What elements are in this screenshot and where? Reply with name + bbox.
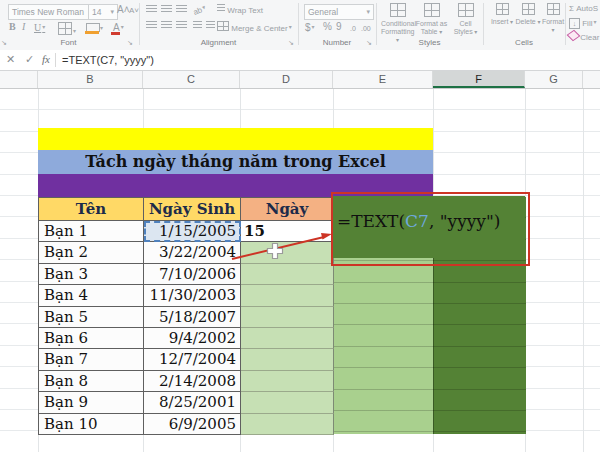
format-as-table-button[interactable]: Format as Table	[415, 3, 448, 36]
insert-cells-button[interactable]: Insert	[489, 3, 515, 26]
cell-c15[interactable]: 8/25/2001	[144, 392, 241, 413]
cell-styles-button[interactable]: Cell Styles	[449, 3, 482, 36]
cell-d10[interactable]	[241, 285, 334, 306]
cell-b16[interactable]: Bạn 10	[39, 414, 144, 435]
cell-b8[interactable]: Bạn 2	[39, 242, 144, 263]
fill-button[interactable]: ↓ Fill	[569, 16, 596, 30]
clear-label: Clear	[580, 33, 599, 42]
cell-c11[interactable]: 5/18/2007	[144, 307, 241, 328]
cell-d12[interactable]	[241, 328, 334, 349]
increase-indent-button[interactable]	[206, 21, 215, 33]
align-center-button[interactable]	[161, 21, 172, 33]
cancel-icon[interactable]: ✕	[6, 53, 15, 66]
grow-font-button[interactable]: A˄	[117, 4, 130, 16]
banner-yellow-row[interactable]	[38, 128, 433, 150]
cell-c9[interactable]: 7/10/2006	[144, 264, 241, 285]
format-cells-button[interactable]: Format	[540, 3, 566, 34]
ribbon: ↘ Times New Roman 14 A˄ A˅ B I U A Font …	[0, 0, 600, 51]
red-highlight-frame	[331, 192, 530, 266]
decrease-decimal-button[interactable]: .00	[361, 23, 371, 35]
font-size-value: 14	[92, 7, 101, 17]
cell-c12[interactable]: 9/4/2002	[144, 328, 241, 349]
banner-title[interactable]: Tách ngày tháng năm trong Excel	[38, 150, 433, 174]
cell-d15[interactable]	[241, 392, 334, 413]
cell-b12[interactable]: Bạn 6	[39, 328, 144, 349]
format-cells-label: Format	[542, 18, 564, 33]
column-header-row: B C D E F G	[0, 71, 600, 89]
sheet-grid[interactable]: Tách ngày tháng năm trong Excel Tên Ngày…	[0, 89, 600, 452]
format-cells-icon	[547, 3, 560, 15]
font-name-select[interactable]: Times New Roman	[8, 4, 92, 20]
delete-cells-label: Delete	[516, 18, 541, 25]
font-size-select[interactable]: 14	[88, 4, 118, 20]
cell-c13[interactable]: 12/7/2004	[144, 349, 241, 370]
column-header-d[interactable]: D	[240, 71, 333, 88]
column-header-c[interactable]: C	[143, 71, 240, 88]
number-format-select[interactable]: General	[304, 4, 374, 20]
fill-color-bar	[85, 31, 99, 34]
cell-b9[interactable]: Bạn 3	[39, 264, 144, 285]
cell-d8[interactable]	[241, 242, 334, 263]
align-left-button[interactable]	[146, 21, 157, 33]
cell-d9[interactable]	[241, 264, 334, 285]
number-dialog-launcher-icon[interactable]: ↘	[366, 39, 374, 47]
column-header-e[interactable]: E	[333, 71, 433, 88]
align-right-button[interactable]	[176, 21, 187, 33]
align-bottom-button[interactable]	[176, 5, 187, 17]
cell-b11[interactable]: Bạn 5	[39, 307, 144, 328]
cell-c7-marching-ants[interactable]: 1/15/2005	[144, 221, 241, 242]
increase-decimal-button[interactable]: .0	[350, 23, 356, 35]
clear-button[interactable]: Clear	[569, 30, 600, 44]
font-dialog-launcher-icon[interactable]: ↘	[127, 39, 135, 47]
italic-button[interactable]: I	[22, 21, 25, 33]
cell-b13[interactable]: Bạn 7	[39, 349, 144, 370]
font-color-button[interactable]: A	[113, 21, 124, 35]
increase-indent-icon	[206, 21, 215, 30]
align-top-button[interactable]	[146, 5, 157, 17]
cell-b7[interactable]: Bạn 1	[39, 221, 144, 242]
cell-d7[interactable]: 15	[241, 221, 334, 242]
column-header-b[interactable]: B	[38, 71, 143, 88]
cell-c16[interactable]: 6/9/2005	[144, 414, 241, 435]
table-header-birth[interactable]: Ngày Sinh	[144, 198, 241, 221]
column-header-g[interactable]: G	[525, 71, 583, 88]
column-header-a-partial[interactable]	[0, 71, 38, 88]
underline-button[interactable]: U	[34, 21, 45, 34]
cell-styles-icon	[458, 3, 474, 17]
comma-style-button[interactable]: 9	[336, 21, 342, 33]
table-header-day[interactable]: Ngày	[241, 198, 334, 221]
alignment-dialog-launcher-icon[interactable]: ↘	[288, 39, 296, 47]
cell-b14[interactable]: Bạn 8	[39, 371, 144, 392]
align-middle-button[interactable]	[161, 5, 172, 17]
fill-color-button[interactable]	[86, 22, 103, 35]
column-header-f-selected[interactable]: F	[433, 71, 525, 88]
currency-button[interactable]: $	[305, 21, 315, 34]
cell-d11[interactable]	[241, 307, 334, 328]
cell-c10[interactable]: 11/30/2003	[144, 285, 241, 306]
percent-button[interactable]: %	[323, 21, 332, 33]
cell-b15[interactable]: Bạn 9	[39, 392, 144, 413]
wrap-text-label: Wrap Text	[227, 6, 263, 15]
delete-cells-button[interactable]: Delete	[515, 3, 541, 26]
formula-bar-input[interactable]: =TEXT(C7, "yyyy")	[62, 54, 154, 66]
orientation-button[interactable]: ab	[191, 1, 208, 19]
merge-center-button[interactable]: Merge & Center	[217, 21, 292, 35]
fill-label: Fill	[582, 19, 592, 28]
cell-c8[interactable]: 3/22/2004	[144, 242, 241, 263]
cell-c14[interactable]: 2/14/2008	[144, 371, 241, 392]
cell-b10[interactable]: Bạn 4	[39, 285, 144, 306]
decrease-indent-button[interactable]	[193, 21, 202, 33]
shrink-font-button[interactable]: A˅	[129, 5, 139, 17]
insert-cells-icon	[496, 3, 509, 15]
wrap-text-button[interactable]: Wrap Text	[217, 4, 263, 17]
borders-button[interactable]	[58, 22, 76, 38]
cell-d16[interactable]	[241, 414, 334, 435]
bold-button[interactable]: B	[9, 21, 16, 33]
insert-function-icon[interactable]: fx	[42, 53, 50, 65]
table-header-name[interactable]: Tên	[39, 198, 144, 221]
enter-icon[interactable]: ✓	[25, 53, 34, 66]
cell-d14[interactable]	[241, 371, 334, 392]
cell-d13[interactable]	[241, 349, 334, 370]
eraser-icon	[567, 30, 581, 42]
autosum-button[interactable]: Σ AutoS	[569, 3, 598, 15]
